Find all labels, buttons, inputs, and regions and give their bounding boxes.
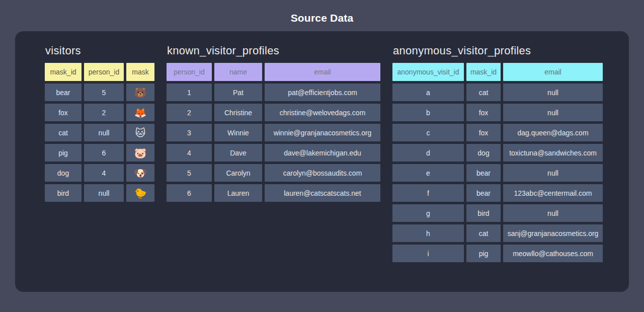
table-cell: bear <box>466 164 501 182</box>
table-cell: 4 <box>84 164 124 182</box>
column-header-anonymous_visit_id: anonymous_visit_id <box>392 63 464 81</box>
mask-emoji-cell: 🐻 <box>126 84 154 101</box>
table-cell: lauren@catscatscats.net <box>265 184 380 202</box>
table-cell: Dave <box>214 144 262 162</box>
table-cell: dog <box>466 144 501 162</box>
table-cell: 5 <box>167 164 212 182</box>
table-cell: winnie@granjanacosmetics.org <box>265 124 380 141</box>
table-anonymous_visitor_profiles: anonymous_visitor_profilesanonymous_visi… <box>392 44 603 262</box>
table-cell: pig <box>466 245 501 262</box>
table-cell: Lauren <box>214 184 262 202</box>
table-cell: christine@welovedags.com <box>265 104 380 121</box>
column-header-email: email <box>503 63 603 81</box>
source-data-panel: visitorsmask_idperson_idmaskbear5🐻fox2🦊c… <box>15 31 629 292</box>
table-visitors: visitorsmask_idperson_idmaskbear5🐻fox2🦊c… <box>45 44 154 202</box>
table-cell: toxictuna@sandwiches.com <box>503 144 603 162</box>
mask-emoji-cell: 🐶 <box>126 164 154 182</box>
page-title: Source Data <box>0 0 644 24</box>
table-cell: a <box>392 84 464 101</box>
table-cell: 5 <box>84 84 124 101</box>
table-cell: 3 <box>167 124 212 141</box>
table-cell: 2 <box>167 104 212 121</box>
table-cell: fox <box>466 104 501 121</box>
table-cell: i <box>392 245 464 262</box>
table-cell: 1 <box>167 84 212 101</box>
table-cell: d <box>392 144 464 162</box>
mask-emoji-cell: 🐱 <box>126 124 154 141</box>
table-cell: null <box>503 84 603 101</box>
table-title: known_visitor_profiles <box>167 44 380 57</box>
table-grid: anonymous_visit_idmask_idemailacatnullbf… <box>392 63 603 262</box>
table-cell: sanj@granjanacosmetics.org <box>503 224 603 242</box>
column-header-mask_id: mask_id <box>45 63 82 81</box>
table-cell: g <box>392 204 464 222</box>
table-cell: 123abc@centermail.com <box>503 184 603 202</box>
table-cell: null <box>84 184 124 202</box>
table-cell: bear <box>466 184 501 202</box>
table-cell: Winnie <box>214 124 262 141</box>
table-cell: null <box>503 104 603 121</box>
table-cell: dog <box>45 164 82 182</box>
table-cell: pat@efficientjobs.com <box>265 84 380 101</box>
table-cell: null <box>84 124 124 141</box>
table-cell: cat <box>466 84 501 101</box>
column-header-person_id: person_id <box>84 63 124 81</box>
table-cell: meowllo@cathouses.com <box>503 245 603 262</box>
table-cell: bird <box>45 184 82 202</box>
table-cell: null <box>503 204 603 222</box>
table-cell: Carolyn <box>214 164 262 182</box>
table-cell: c <box>392 124 464 141</box>
column-header-mask: mask <box>126 63 154 81</box>
column-header-email: email <box>265 63 380 81</box>
table-cell: f <box>392 184 464 202</box>
table-title: anonymous_visitor_profiles <box>393 44 603 57</box>
table-cell: pig <box>45 144 82 162</box>
table-cell: 2 <box>84 104 124 121</box>
column-header-person_id: person_id <box>167 63 212 81</box>
table-cell: fox <box>45 104 82 121</box>
table-cell: 6 <box>167 184 212 202</box>
mask-emoji-cell: 🐤 <box>126 184 154 202</box>
column-header-name: name <box>214 63 262 81</box>
table-grid: person_idnameemail1Patpat@efficientjobs.… <box>167 63 380 202</box>
table-title: visitors <box>45 44 154 57</box>
table-cell: e <box>392 164 464 182</box>
table-cell: dag.queen@dags.com <box>503 124 603 141</box>
table-cell: null <box>503 164 603 182</box>
table-cell: b <box>392 104 464 121</box>
column-header-mask_id: mask_id <box>466 63 501 81</box>
table-cell: Pat <box>214 84 262 101</box>
table-grid: mask_idperson_idmaskbear5🐻fox2🦊catnull🐱p… <box>45 63 154 202</box>
table-cell: cat <box>466 224 501 242</box>
mask-emoji-cell: 🦊 <box>126 104 154 121</box>
table-cell: carolyn@bossaudits.com <box>265 164 380 182</box>
table-cell: 6 <box>84 144 124 162</box>
tables-container: visitorsmask_idperson_idmaskbear5🐻fox2🦊c… <box>45 44 629 262</box>
table-cell: dave@lakemichigan.edu <box>265 144 380 162</box>
table-cell: fox <box>466 124 501 141</box>
table-cell: cat <box>45 124 82 141</box>
table-cell: 4 <box>167 144 212 162</box>
table-cell: bird <box>466 204 501 222</box>
table-cell: h <box>392 224 464 242</box>
table-cell: bear <box>45 84 82 101</box>
table-known_visitor_profiles: known_visitor_profilesperson_idnameemail… <box>167 44 380 202</box>
mask-emoji-cell: 🐷 <box>126 144 154 162</box>
table-cell: Christine <box>214 104 262 121</box>
